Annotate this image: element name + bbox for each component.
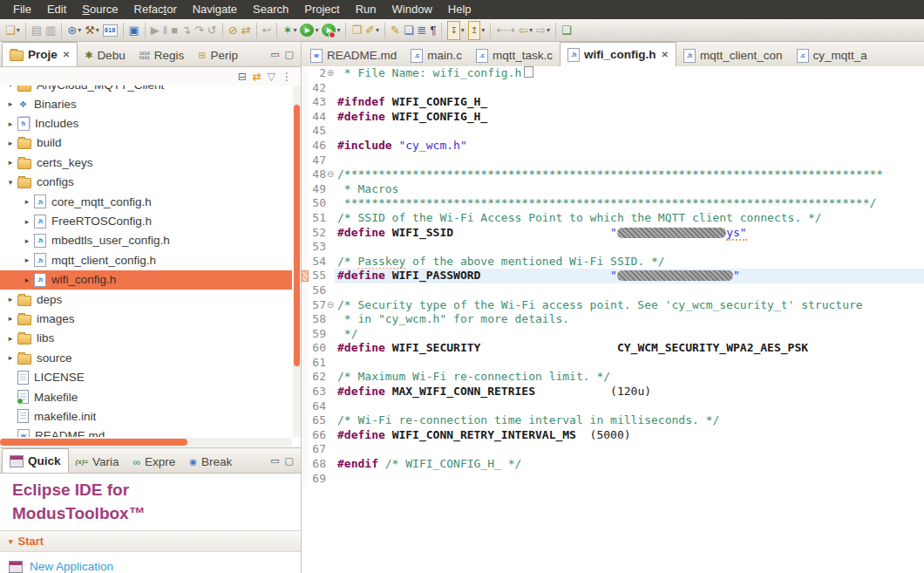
expand-arrow-icon[interactable]: ▸ bbox=[20, 197, 34, 206]
toggle-mark-occurrences-icon[interactable]: ✎ bbox=[389, 22, 402, 39]
tree-item-configs[interactable]: ▾configs bbox=[0, 173, 292, 192]
skip-all-breakpoints-icon[interactable]: ⊘ bbox=[227, 22, 240, 39]
back-history-icon[interactable]: ⇦▾ bbox=[517, 22, 534, 39]
explorer-horizontal-scrollbar[interactable] bbox=[0, 439, 187, 446]
previous-annotation-icon[interactable]: ↥▾ bbox=[466, 22, 486, 39]
expand-arrow-icon[interactable]: ▸ bbox=[20, 236, 34, 245]
tree-item-libs[interactable]: ▸libs bbox=[0, 329, 292, 348]
code-line-61[interactable]: 61 bbox=[302, 356, 924, 371]
code-line-2[interactable]: 2⊕ * File Name: wifi_config.h bbox=[302, 66, 924, 81]
menu-navigate[interactable]: Navigate bbox=[185, 0, 245, 19]
expand-arrow-icon[interactable]: ▸ bbox=[3, 314, 17, 323]
start-section-header[interactable]: ▾ Start bbox=[0, 530, 301, 552]
tab-proje[interactable]: Proje✕ bbox=[2, 42, 78, 66]
minimize-icon[interactable]: ▭ bbox=[270, 49, 279, 60]
binary-icon[interactable]: 010 bbox=[101, 22, 119, 39]
tree-item-binaries[interactable]: ▸❖Binaries bbox=[0, 94, 292, 113]
expand-arrow-icon[interactable]: ▸ bbox=[3, 158, 17, 167]
tree-item-deps[interactable]: ▸deps bbox=[0, 290, 292, 309]
tab-quick[interactable]: Quick bbox=[2, 448, 69, 473]
dropdown-arrow-icon[interactable]: ▾ bbox=[461, 26, 465, 34]
tab-debu[interactable]: ✱Debu bbox=[78, 44, 132, 66]
dropdown-arrow-icon[interactable]: ▾ bbox=[481, 26, 485, 34]
expand-arrow-icon[interactable]: ▸ bbox=[20, 276, 34, 284]
menu-window[interactable]: Window bbox=[384, 0, 440, 19]
tab-expre[interactable]: ∞Expre bbox=[126, 451, 182, 473]
tab-readme-md[interactable]: wREADME.md bbox=[303, 44, 404, 66]
link-with-editor-icon[interactable]: ⇄ bbox=[253, 71, 262, 83]
fold-minus-icon[interactable]: ⊖ bbox=[326, 167, 335, 182]
tree-item-certs-keys[interactable]: ▸certs_keys bbox=[0, 153, 292, 172]
expand-arrow-icon[interactable]: ▾ bbox=[3, 85, 17, 89]
new-project-icon[interactable]: ⊛▾ bbox=[65, 22, 83, 39]
dropdown-arrow-icon[interactable]: ▾ bbox=[315, 26, 318, 34]
show-whitespace-icon[interactable]: ¶ bbox=[428, 22, 438, 39]
view-menu-icon[interactable]: ⋮ bbox=[282, 71, 292, 83]
code-line-68[interactable]: 68#endif /* WIFI_CONFIG_H_ */ bbox=[302, 457, 924, 472]
code-line-63[interactable]: 63#define MAX_WIFI_CONN_RETRIES (120u) bbox=[302, 385, 924, 399]
close-tab-icon[interactable]: ✕ bbox=[662, 50, 669, 59]
dropdown-arrow-icon[interactable]: ▾ bbox=[376, 26, 379, 34]
code-line-48[interactable]: 48⊖/************************************… bbox=[302, 167, 924, 182]
code-line-66[interactable]: 66#define WIFI_CONN_RETRY_INTERVAL_MS (5… bbox=[302, 428, 924, 443]
tab-wifi-config-h[interactable]: .hwifi_config.h✕ bbox=[560, 42, 676, 66]
menu-search[interactable]: Search bbox=[245, 0, 296, 19]
expand-arrow-icon[interactable]: ▸ bbox=[3, 334, 17, 343]
run-icon[interactable]: ▶▾ bbox=[298, 22, 320, 39]
maximize-icon[interactable]: ▢ bbox=[285, 455, 294, 467]
tree-item-makefile[interactable]: Makefile bbox=[0, 387, 292, 406]
fold-minus-icon[interactable]: ⊖ bbox=[326, 298, 335, 313]
code-line-64[interactable]: 64 bbox=[302, 399, 924, 414]
tree-item-license[interactable]: LICENSE bbox=[0, 367, 292, 386]
expand-arrow-icon[interactable]: ▸ bbox=[3, 119, 17, 128]
project-tree[interactable]: ▾AnyCloud_MQTT_Client▸❖Binaries▸hInclude… bbox=[0, 85, 292, 437]
code-line-59[interactable]: 59 */ bbox=[302, 327, 924, 342]
code-line-67[interactable]: 67 bbox=[302, 442, 924, 457]
open-resource-icon[interactable]: ❐ bbox=[350, 22, 363, 39]
next-annotation-icon[interactable]: ↧▾ bbox=[445, 22, 465, 39]
menu-source[interactable]: Source bbox=[74, 0, 126, 19]
code-line-69[interactable]: 69 bbox=[302, 472, 924, 487]
new-editor-window-icon[interactable]: ❏ bbox=[560, 22, 574, 39]
show-source-icon[interactable]: ≣ bbox=[416, 22, 429, 39]
expand-arrow-icon[interactable]: ▸ bbox=[3, 139, 17, 147]
tree-item-makefile-init[interactable]: makefile.init bbox=[0, 406, 292, 426]
menu-refactor[interactable]: Refactor bbox=[126, 0, 185, 19]
tree-item-freertosconfig-h[interactable]: ▸.hFreeRTOSConfig.h bbox=[0, 211, 292, 230]
code-line-43[interactable]: 43#ifndef WIFI_CONFIG_H_ bbox=[302, 95, 924, 110]
new-application-link[interactable]: New Application bbox=[30, 560, 113, 573]
tree-item-build[interactable]: ▸build bbox=[0, 133, 292, 153]
code-line-52[interactable]: 52#define WIFI_SSID "ys" bbox=[302, 226, 924, 241]
code-line-47[interactable]: 47 bbox=[302, 153, 924, 168]
debug-icon[interactable]: ✶▾ bbox=[281, 22, 298, 39]
use-step-filters-icon[interactable]: ⇄ bbox=[240, 22, 253, 39]
code-line-42[interactable]: 42 bbox=[302, 81, 924, 96]
menu-file[interactable]: File bbox=[5, 0, 39, 19]
tab-break[interactable]: ◉Break bbox=[182, 451, 239, 473]
tree-item-mqtt-client-config-h[interactable]: ▸.hmqtt_client_config.h bbox=[0, 250, 292, 269]
tab-cy-mqtt-a[interactable]: .ccy_mqtt_a bbox=[790, 44, 874, 66]
code-line-65[interactable]: 65/* Wi-Fi re-connection time interval i… bbox=[302, 413, 924, 428]
tree-item-images[interactable]: ▸images bbox=[0, 309, 292, 328]
code-line-56[interactable]: 56 bbox=[302, 283, 924, 298]
explorer-vertical-scrollbar[interactable] bbox=[294, 105, 300, 366]
tab-varia[interactable]: (x)=Varia bbox=[69, 451, 126, 473]
code-line-51[interactable]: 51/* SSID of the Wi-Fi Access Point to w… bbox=[302, 211, 924, 226]
tree-item-mbedtls-user-config-h[interactable]: ▸.hmbedtls_user_config.h bbox=[0, 231, 292, 250]
tab-regis[interactable]: 10100101Regis bbox=[132, 44, 192, 66]
folded-region-icon[interactable] bbox=[524, 66, 533, 78]
external-tools-icon[interactable]: ▶▾ bbox=[320, 22, 342, 39]
code-line-57[interactable]: 57⊖/* Security type of the Wi-Fi access … bbox=[302, 298, 924, 313]
tree-item-includes[interactable]: ▸hIncludes bbox=[0, 113, 292, 133]
search-icon[interactable]: ✐▾ bbox=[363, 22, 381, 39]
code-line-53[interactable]: 53 bbox=[302, 240, 924, 255]
code-line-62[interactable]: 62/* Maximum Wi-Fi re-connection limit. … bbox=[302, 370, 924, 385]
tree-item-anycloud-mqtt-client[interactable]: ▾AnyCloud_MQTT_Client bbox=[0, 85, 292, 94]
open-console-icon[interactable]: ▣ bbox=[127, 22, 141, 39]
menu-run[interactable]: Run bbox=[348, 0, 384, 19]
expand-arrow-icon[interactable]: ▾ bbox=[3, 178, 17, 187]
code-line-55[interactable]: 55#define WIFI_PASSWORD "" bbox=[302, 269, 924, 283]
minimize-icon[interactable]: ▭ bbox=[270, 455, 279, 467]
menu-project[interactable]: Project bbox=[296, 0, 347, 19]
dropdown-arrow-icon[interactable]: ▾ bbox=[293, 26, 296, 34]
